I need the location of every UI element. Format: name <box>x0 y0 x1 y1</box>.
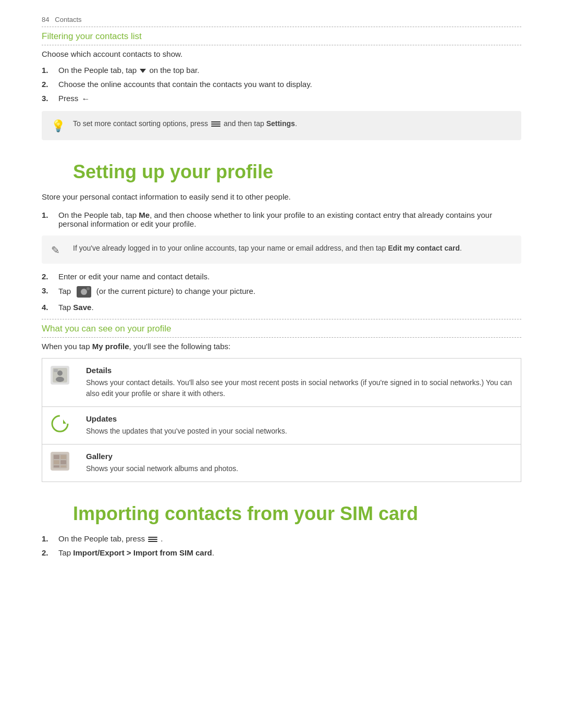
step-num-3: 3. <box>42 94 58 103</box>
profile-step-2: 2. Enter or edit your name and contact d… <box>42 272 521 281</box>
profile-heading: Setting up your profile <box>73 161 521 183</box>
what-intro: When you tap My profile, you'll see the … <box>42 342 521 351</box>
gallery-icon-cell <box>42 445 78 482</box>
importing-step-1: 1. On the People tab, press . <box>42 534 521 543</box>
menu-icon-import <box>148 536 157 543</box>
tab-row-updates: Updates Shows the updates that you've po… <box>42 407 521 445</box>
profile-steps: 1. On the People tab, tap Me, and then c… <box>42 211 521 228</box>
gallery-svg-icon <box>53 454 67 468</box>
note-text: If you've already logged in to your onli… <box>73 243 462 254</box>
updates-svg-icon <box>51 414 69 433</box>
updates-icon <box>51 414 69 433</box>
page-number: 84 Contacts <box>42 16 521 23</box>
tip-text: To set more contact sorting options, pre… <box>73 118 297 129</box>
filtering-section: Filtering your contacts list Choose whic… <box>42 27 521 140</box>
profile-tabs-table: Details Shows your contact details. You'… <box>42 358 521 482</box>
importing-section: 1. On the People tab, press . 2. Tap Imp… <box>42 534 521 557</box>
gallery-tab-desc: Shows your social network albums and pho… <box>86 464 238 473</box>
tip-box: 💡 To set more contact sorting options, p… <box>42 111 521 140</box>
importing-step-2: 2. Tap Import/Export > Import from SIM c… <box>42 548 521 557</box>
gallery-tab-name: Gallery <box>86 452 512 461</box>
step-num-i2: 2. <box>42 548 58 557</box>
gallery-content: Gallery Shows your social network albums… <box>78 445 521 482</box>
lightbulb-icon: 💡 <box>51 119 66 133</box>
details-tab-desc: Shows your contact details. You'll also … <box>86 378 512 398</box>
updates-content: Updates Shows the updates that you've po… <box>78 407 521 445</box>
filtering-step-1: 1. On the People tab, tap on the top bar… <box>42 66 521 75</box>
what-section-divider-bottom <box>42 337 521 338</box>
details-icon-cell <box>42 359 78 407</box>
step-num-p3: 3. <box>42 286 58 295</box>
importing-heading: Importing contacts from your SIM card <box>73 503 521 525</box>
svg-point-2 <box>56 377 64 382</box>
profile-step-2-text: Enter or edit your name and contact deta… <box>58 272 210 281</box>
svg-point-1 <box>57 371 63 376</box>
profile-step-1-text: On the People tab, tap Me, and then choo… <box>58 211 521 228</box>
updates-icon-cell <box>42 407 78 445</box>
details-tab-name: Details <box>86 366 512 375</box>
step-2-text: Choose the online accounts that contain … <box>58 80 312 89</box>
importing-step-1-text: On the People tab, press . <box>58 534 163 543</box>
svg-rect-3 <box>54 369 58 372</box>
filtering-title: Filtering your contacts list <box>42 31 521 42</box>
filtering-steps: 1. On the People tab, tap on the top bar… <box>42 66 521 104</box>
arrow-down-icon <box>140 69 146 73</box>
importing-step-2-text: Tap Import/Export > Import from SIM card… <box>58 548 214 557</box>
step-num-2: 2. <box>42 80 58 89</box>
svg-marker-5 <box>63 419 66 424</box>
arrow-back-icon: ← <box>82 94 90 104</box>
updates-tab-desc: Shows the updates that you've posted in … <box>86 427 287 435</box>
step-3-text: Press ← <box>58 94 91 104</box>
profile-section: Store your personal contact information … <box>42 192 521 482</box>
svg-rect-11 <box>54 465 59 467</box>
pencil-icon: ✎ <box>51 244 66 256</box>
filtering-step-3: 3. Press ← <box>42 94 521 104</box>
svg-rect-7 <box>54 455 59 459</box>
svg-rect-8 <box>60 455 66 459</box>
step-num-p4: 4. <box>42 303 58 312</box>
updates-tab-name: Updates <box>86 414 512 423</box>
profile-steps-2: 2. Enter or edit your name and contact d… <box>42 272 521 312</box>
filtering-step-2: 2. Choose the online accounts that conta… <box>42 80 521 89</box>
profile-step-4-text: Tap Save. <box>58 303 94 312</box>
step-num-p1: 1. <box>42 211 58 219</box>
details-svg-icon <box>53 368 67 382</box>
tab-row-gallery: Gallery Shows your social network albums… <box>42 445 521 482</box>
profile-step-4: 4. Tap Save. <box>42 303 521 312</box>
section-divider-under-title <box>42 45 521 45</box>
profile-step-3-text: Tap (or the current picture) to change y… <box>58 286 255 298</box>
details-content: Details Shows your contact details. You'… <box>78 359 521 407</box>
profile-step-1: 1. On the People tab, tap Me, and then c… <box>42 211 521 228</box>
svg-rect-9 <box>54 460 59 464</box>
section-divider-top <box>42 27 521 27</box>
step-num-i1: 1. <box>42 534 58 543</box>
tab-row-details: Details Shows your contact details. You'… <box>42 359 521 407</box>
gallery-icon <box>51 452 69 471</box>
details-icon <box>51 366 69 385</box>
what-section-title: What you can see on your profile <box>42 324 521 334</box>
menu-icon-inline <box>211 120 221 128</box>
note-box: ✎ If you've already logged in to your on… <box>42 236 521 264</box>
importing-steps: 1. On the People tab, press . 2. Tap Imp… <box>42 534 521 557</box>
svg-rect-10 <box>60 460 66 464</box>
step-num-1: 1. <box>42 66 58 75</box>
step-num-p2: 2. <box>42 272 58 281</box>
profile-intro: Store your personal contact information … <box>42 192 521 201</box>
step-1-text: On the People tab, tap on the top bar. <box>58 66 199 75</box>
svg-rect-12 <box>60 465 66 467</box>
profile-step-3: 3. Tap (or the current picture) to chang… <box>42 286 521 298</box>
what-section-divider-top <box>42 319 521 319</box>
filtering-subtitle: Choose which account contacts to show. <box>42 50 521 58</box>
